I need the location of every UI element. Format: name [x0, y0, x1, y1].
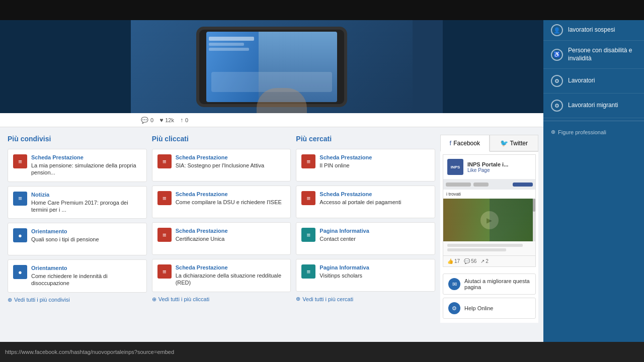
- card-text: Contact center: [319, 235, 369, 242]
- card-category: Pagina Informativa: [319, 264, 369, 270]
- card-text: Accesso al portale dei pagamenti: [319, 199, 401, 206]
- tab-twitter[interactable]: 🐦 Twitter: [490, 135, 539, 151]
- share-count: 0: [185, 117, 188, 123]
- card-icon-blue: ≡: [13, 192, 27, 206]
- card-category: Scheda Prestazione: [176, 264, 286, 270]
- btn-aiutaci[interactable]: ✉ Aiutaci a migliorare questa pagina: [443, 274, 536, 295]
- comment-action[interactable]: 💬 0: [141, 117, 153, 124]
- card-icon-r3: ≡: [157, 228, 172, 242]
- column-piu-cercati: Più cercati ≡ Scheda Prestazione Il PIN …: [296, 135, 435, 323]
- like-count: 12k: [165, 117, 174, 123]
- aiutaci-icon: ✉: [448, 278, 460, 290]
- card-text: Come richiedere le indennità di disoccup…: [31, 273, 141, 287]
- share-action[interactable]: ↑ 0: [180, 117, 188, 124]
- content-area: Più condivisi ≡ Scheda Prestazione La mi…: [0, 127, 543, 342]
- card-text: Il PIN online: [319, 162, 372, 169]
- btn-help-online[interactable]: ⚙ Help Online: [443, 298, 536, 319]
- card-category: Scheda Prestazione: [176, 154, 264, 160]
- sidebar-item-label: lavoratori sospesi: [568, 26, 615, 34]
- column-title-cercati: Più cercati: [296, 135, 435, 143]
- card-text: Visitinps scholars: [319, 272, 369, 279]
- view-all-cliccati[interactable]: ⊕ Vedi tutti i più cliccati: [152, 296, 291, 303]
- hero-banner: [0, 20, 543, 113]
- card-red[interactable]: ≡ Scheda Prestazione La dichiarazione de…: [152, 259, 291, 292]
- comment-icon: 💬: [141, 117, 148, 124]
- page-wrapper: 💬 0 ♥ 12k ↑ 0 Più condivisi ≡: [0, 20, 644, 342]
- facebook-label: Facebook: [453, 140, 480, 147]
- card-homecare[interactable]: ≡ Notizia Home Care Premium 2017: prorog…: [8, 186, 147, 219]
- card-category: Pagina Informativa: [319, 228, 369, 234]
- aiutaci-label: Aiutaci a migliorare questa pagina: [464, 278, 530, 290]
- sidebar-item-disabilita[interactable]: ♿ Persone con disabilità e invalidità: [543, 41, 644, 69]
- fb-logo: INPS: [447, 159, 463, 175]
- sidebar-item-lavoratori-sospesi[interactable]: 👤 lavoratori sospesi: [543, 20, 644, 41]
- card-category: Orientamento: [31, 228, 99, 234]
- column-title-condivisi: Più condivisi: [8, 135, 147, 143]
- helper-buttons: ✉ Aiutaci a migliorare questa pagina ⚙ H…: [440, 269, 538, 323]
- card-category: Scheda Prestazione: [176, 228, 228, 234]
- card-pensione-tipi[interactable]: ● Orientamento Quali sono i tipi di pens…: [8, 223, 147, 255]
- card-icon-blue2: ●: [13, 228, 27, 242]
- sidebar-item-label: Lavoratori: [568, 77, 595, 85]
- status-url: https://www.facebook.com/hashtag/nuovopo…: [5, 349, 174, 355]
- share-icon: ↑: [180, 117, 183, 124]
- card-category: Scheda Prestazione: [319, 191, 401, 197]
- card-category: Scheda Prestazione: [176, 191, 282, 197]
- twitter-label: Twitter: [510, 140, 528, 147]
- card-text: Certificazione Unica: [176, 235, 228, 242]
- card-pin[interactable]: ≡ Scheda Prestazione Il PIN online: [296, 149, 435, 182]
- card-accesso-portale[interactable]: ≡ Scheda Prestazione Accesso al portale …: [296, 186, 435, 218]
- facebook-icon: f: [450, 139, 452, 147]
- card-icon-blue3: ●: [13, 265, 27, 279]
- column-piu-condivisi: Più condivisi ≡ Scheda Prestazione La mi…: [8, 135, 147, 323]
- card-category: Scheda Prestazione: [31, 154, 141, 160]
- columns-container: Più condivisi ≡ Scheda Prestazione La mi…: [8, 135, 538, 323]
- card-contact-center[interactable]: ≡ Pagina Informativa Contact center: [296, 222, 435, 255]
- sidebar-item-lavoratori[interactable]: ⚙ Lavoratori: [543, 69, 644, 94]
- migranti-icon: ⚙: [551, 100, 563, 112]
- tab-facebook[interactable]: f Facebook: [440, 135, 490, 152]
- card-text: La dichiarazione della situazione reddit…: [176, 272, 286, 287]
- card-icon-c3: ≡: [301, 228, 315, 242]
- sidebar-item-label: Persone con disabilità e invalidità: [568, 47, 636, 62]
- figure-professionali[interactable]: ⊕ Figure professionali: [543, 124, 644, 140]
- status-bar: https://www.facebook.com/hashtag/nuovopo…: [0, 342, 644, 362]
- fb-trovati-text: i trovati: [443, 190, 535, 199]
- fb-like-page[interactable]: Like Page: [467, 167, 508, 173]
- card-text: SIA: Sostegno per l'Inclusione Attiva: [176, 162, 264, 169]
- hero-image: [131, 20, 413, 113]
- fb-comment-count: 56: [471, 258, 476, 264]
- card-category: Scheda Prestazione: [319, 154, 372, 160]
- card-text: Come compilare la DSU e richiedere l'ISE…: [176, 199, 282, 206]
- card-text: Quali sono i tipi di pensione: [31, 236, 99, 243]
- sidebar-item-icon: 👤: [551, 24, 563, 36]
- card-cert-unica[interactable]: ≡ Scheda Prestazione Certificazione Unic…: [152, 222, 291, 255]
- sidebar-item-migranti[interactable]: ⚙ Lavoratori migranti: [543, 94, 644, 118]
- card-icon-c2: ≡: [301, 191, 315, 205]
- card-dsu[interactable]: ≡ Scheda Prestazione Come compilare la D…: [152, 186, 291, 218]
- card-icon-r4: ≡: [157, 264, 172, 279]
- card-sia[interactable]: ≡ Scheda Prestazione SIA: Sostegno per l…: [152, 149, 291, 182]
- lavoratori-icon: ⚙: [551, 75, 563, 87]
- card-icon-r1: ≡: [157, 154, 172, 168]
- card-icon-c4: ≡: [301, 264, 315, 279]
- like-icon: ♥: [159, 117, 163, 124]
- fb-page-name: INPS Portale i...: [467, 161, 508, 167]
- card-category: Notizia: [31, 192, 141, 198]
- fb-scrollbar[interactable]: [533, 199, 535, 241]
- right-sidebar: 👤 lavoratori sospesi ♿ Persone con disab…: [543, 20, 644, 342]
- like-action[interactable]: ♥ 12k: [159, 117, 174, 124]
- card-pensione[interactable]: ≡ Scheda Prestazione La mia pensione: si…: [8, 149, 147, 182]
- fb-video-preview[interactable]: ▶: [443, 199, 535, 241]
- fb-page-header: INPS INPS Portale i... Like Page: [443, 155, 535, 179]
- card-visitinps[interactable]: ≡ Pagina Informativa Visitinps scholars: [296, 259, 435, 292]
- disability-icon: ♿: [551, 49, 563, 61]
- social-action-bar: 💬 0 ♥ 12k ↑ 0: [0, 113, 543, 127]
- view-all-condivisi[interactable]: ⊕ Vedi tutti i più condivisi: [8, 297, 147, 303]
- view-all-cercati[interactable]: ⊕ Vedi tutti i più cercati: [296, 296, 435, 302]
- card-indennita[interactable]: ● Orientamento Come richiedere le indenn…: [8, 259, 147, 293]
- card-icon-red: ≡: [13, 154, 27, 168]
- fb-post-text: [443, 241, 535, 255]
- fb-scrollbar-thumb: [533, 199, 535, 212]
- fb-likes: 👍 17: [447, 258, 460, 264]
